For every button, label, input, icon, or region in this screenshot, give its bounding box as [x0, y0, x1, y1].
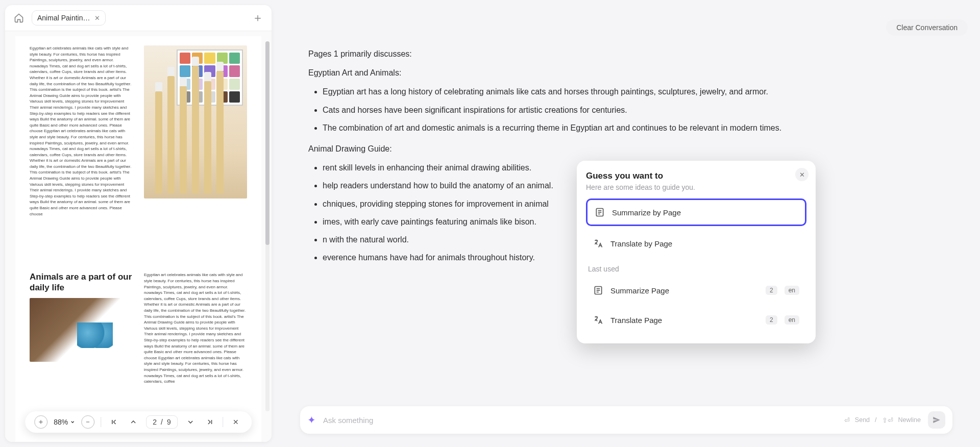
translate-icon — [593, 315, 603, 325]
tab-bar: Animal Paintin… ✕ ＋ — [5, 5, 272, 31]
home-button[interactable] — [10, 9, 28, 27]
page-text-right: Egyptian art celebrates animals like cat… — [144, 272, 247, 433]
suggestion-summarize-by-page[interactable]: Summarize by Page — [586, 198, 806, 226]
suggestion-label: Summarize by Page — [612, 208, 681, 217]
chevron-down-icon — [186, 418, 194, 426]
home-icon — [14, 13, 24, 23]
next-page-button[interactable] — [184, 415, 197, 429]
clear-conversation-button[interactable]: Clear Conversation — [886, 19, 968, 36]
send-icon — [932, 415, 941, 425]
chat-line: Pages 1 primarily discusses: — [308, 47, 952, 61]
scrollbar[interactable] — [265, 41, 270, 411]
recent-lang-badge: en — [785, 286, 799, 295]
tab-close-button[interactable]: ✕ — [94, 14, 100, 22]
translate-icon — [593, 238, 603, 249]
chevron-first-icon — [110, 418, 118, 426]
scrollbar-thumb[interactable] — [265, 41, 270, 245]
page-sheet: Egyptian art celebrates animals like cat… — [15, 36, 261, 442]
chevron-down-icon — [70, 419, 75, 425]
recent-page-badge: 2 — [766, 315, 777, 325]
chat-bullet: Egyptian art has a long history of celeb… — [323, 85, 952, 98]
last-page-button[interactable] — [203, 415, 216, 429]
page-heading-block: Animals are a part of our daily life — [30, 272, 133, 433]
summarize-icon — [595, 207, 605, 217]
page-image-butterfly — [30, 298, 133, 362]
page-viewport: Egyptian art celebrates animals like cat… — [5, 31, 272, 442]
page-text-left: Egyptian art celebrates animals like cat… — [30, 45, 133, 265]
first-page-button[interactable] — [107, 415, 120, 429]
document-window: Animal Paintin… ✕ ＋ Egyptian art celebra… — [5, 5, 272, 442]
suggestion-label: Translate by Page — [610, 239, 672, 248]
recent-summarize-page[interactable]: Summarize Page 2 en — [586, 278, 806, 303]
sparkle-icon: ✦ — [307, 414, 316, 426]
document-tab[interactable]: Animal Paintin… ✕ — [32, 10, 106, 26]
chevron-last-icon — [206, 418, 214, 426]
suggestion-popover: ✕ Guess you want to Here are some ideas … — [577, 161, 816, 343]
recent-translate-page[interactable]: Translate Page 2 en — [586, 308, 806, 332]
summarize-icon — [593, 285, 603, 295]
popover-title: Guess you want to — [586, 171, 806, 181]
chat-section: Animal Drawing Guide: — [308, 142, 952, 156]
zoom-out-button[interactable]: － — [81, 415, 94, 429]
input-hints: ⏎Send / ⇧⏎Newline — [844, 416, 921, 424]
send-button[interactable] — [928, 411, 945, 429]
tab-title: Animal Paintin… — [37, 14, 90, 22]
zoom-level[interactable]: 88% — [54, 418, 75, 426]
recent-label: Summarize Page — [610, 286, 669, 295]
recent-lang-badge: en — [785, 315, 799, 325]
chat-bullet: The combination of art and domestic anim… — [323, 121, 952, 135]
prev-page-button[interactable] — [127, 415, 140, 429]
page-toolbar: ＋ 88% － 2 / 9 — [25, 411, 252, 433]
close-toolbar-button[interactable]: ✕ — [229, 415, 242, 429]
chevron-up-icon — [129, 418, 137, 426]
recent-page-badge: 2 — [766, 286, 777, 295]
add-tab-button[interactable]: ＋ — [249, 9, 266, 27]
last-used-label: Last used — [588, 265, 805, 273]
suggestion-translate-by-page[interactable]: Translate by Page — [586, 231, 806, 256]
recent-label: Translate Page — [610, 316, 662, 325]
zoom-in-button[interactable]: ＋ — [34, 415, 47, 429]
chat-input-row: ✦ ⏎Send / ⇧⏎Newline — [300, 406, 952, 434]
chat-input[interactable] — [323, 416, 837, 425]
popover-subtitle: Here are some ideas to guide you. — [586, 183, 806, 191]
page-number-input[interactable]: 2 / 9 — [146, 415, 177, 429]
popover-close-button[interactable]: ✕ — [795, 168, 808, 181]
chat-section: Egyptian Art and Animals: — [308, 66, 952, 80]
chat-bullet: Cats and horses have been significant in… — [323, 103, 952, 117]
page-heading: Animals are a part of our daily life — [30, 272, 133, 293]
page-image-palette — [144, 45, 247, 265]
